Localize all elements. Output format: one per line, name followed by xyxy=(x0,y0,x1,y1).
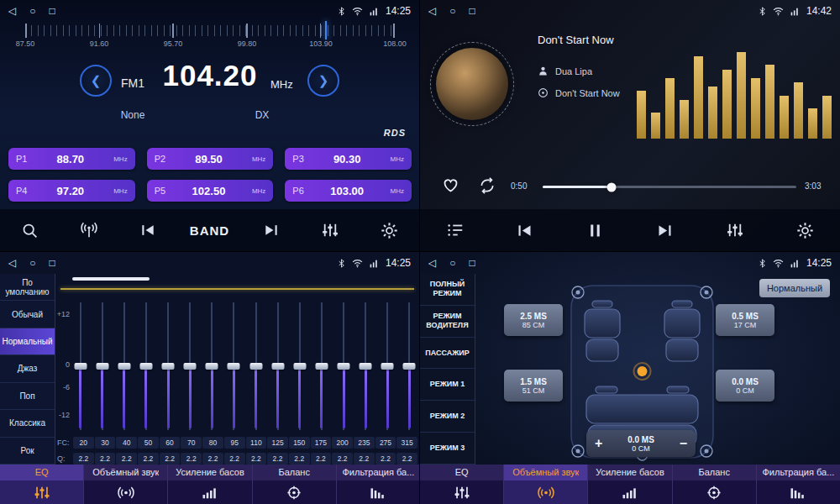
eq-preset-item[interactable]: По умолчанию xyxy=(0,274,55,301)
back-icon[interactable]: ◁ xyxy=(8,258,16,268)
slider-knob[interactable] xyxy=(338,363,350,370)
slider-knob[interactable] xyxy=(293,363,306,370)
tab-bass-boost[interactable]: Усиление басов xyxy=(168,465,252,504)
home-icon[interactable]: ○ xyxy=(29,258,35,268)
delay-increase-button[interactable]: + xyxy=(595,437,602,450)
home-icon[interactable]: ○ xyxy=(29,6,35,16)
slider-knob[interactable] xyxy=(315,363,328,370)
eq-band-slider[interactable] xyxy=(403,302,416,430)
eq-band-slider[interactable] xyxy=(139,302,152,430)
tab-eq[interactable]: EQ xyxy=(0,465,84,504)
listening-mode-button[interactable]: Нормальный xyxy=(759,279,830,297)
recents-icon[interactable]: □ xyxy=(49,258,55,268)
slider-knob[interactable] xyxy=(139,363,152,370)
delay-front-right[interactable]: 0.5 MS 17 CM xyxy=(716,304,774,336)
tab-balance[interactable]: Баланс xyxy=(253,465,337,504)
soundstage-mode-item[interactable]: ПОЛНЫЙ РЕЖИМ xyxy=(420,274,475,306)
delay-rear-left[interactable]: 1.5 MS 51 CM xyxy=(504,370,563,402)
eq-band-slider[interactable] xyxy=(74,302,87,430)
back-icon[interactable]: ◁ xyxy=(8,6,16,16)
home-icon[interactable]: ○ xyxy=(449,6,455,16)
scroll-indicator[interactable] xyxy=(72,277,150,281)
settings-gear-icon[interactable] xyxy=(787,213,822,248)
faders-icon[interactable] xyxy=(312,213,348,248)
eq-preset-item[interactable]: Джаз xyxy=(0,355,55,382)
eq-preset-item[interactable]: Классика xyxy=(0,410,55,437)
eq-preset-item[interactable]: Поп xyxy=(0,383,55,410)
previous-track-icon[interactable] xyxy=(507,213,543,248)
eq-preset-item[interactable]: Рок xyxy=(0,438,55,465)
next-track-icon[interactable] xyxy=(648,213,683,248)
slider-knob[interactable] xyxy=(249,363,262,370)
slider-knob[interactable] xyxy=(184,363,197,370)
preset-button[interactable]: P6 103.00 MHz xyxy=(285,180,412,202)
slider-knob[interactable] xyxy=(381,363,394,370)
slider-knob[interactable] xyxy=(118,363,130,370)
eq-band-slider[interactable] xyxy=(271,302,284,430)
slider-knob[interactable] xyxy=(206,363,218,370)
eq-band-slider[interactable] xyxy=(381,302,394,430)
eq-band-slider[interactable] xyxy=(315,302,328,430)
progress-knob[interactable] xyxy=(606,182,616,192)
repeat-icon[interactable] xyxy=(479,177,496,197)
tune-up-button[interactable]: ❯ xyxy=(307,65,339,97)
back-icon[interactable]: ◁ xyxy=(428,258,436,268)
favorite-heart-icon[interactable] xyxy=(442,176,459,197)
back-icon[interactable]: ◁ xyxy=(428,6,436,16)
recents-icon[interactable]: □ xyxy=(49,6,55,16)
scan-button[interactable] xyxy=(12,213,47,248)
preset-button[interactable]: P4 97.20 MHz xyxy=(8,180,135,202)
home-icon[interactable]: ○ xyxy=(449,258,455,268)
slider-knob[interactable] xyxy=(360,363,372,370)
previous-icon[interactable] xyxy=(130,213,165,248)
eq-band-slider[interactable] xyxy=(360,302,372,430)
next-icon[interactable] xyxy=(254,213,289,248)
eq-band-slider[interactable] xyxy=(338,302,350,430)
frequency-ruler[interactable]: 87.5091.6095.7099.80103.90108.00 xyxy=(25,25,395,36)
progress-bar[interactable] xyxy=(543,186,796,188)
slider-knob[interactable] xyxy=(228,363,240,370)
tab-surround-sound[interactable]: Объёмный звук xyxy=(504,465,588,504)
eq-band-slider[interactable] xyxy=(249,302,262,430)
delay-front-left[interactable]: 2.5 MS 85 CM xyxy=(504,304,563,336)
soundstage-mode-item[interactable]: ПАССАЖИР xyxy=(420,338,475,370)
settings-gear-icon[interactable] xyxy=(372,213,407,248)
tab-filter[interactable]: Фильтрация ба... xyxy=(757,465,840,504)
eq-band-slider[interactable] xyxy=(118,302,130,430)
tab-eq[interactable]: EQ xyxy=(420,465,504,504)
tab-balance[interactable]: Баланс xyxy=(673,465,757,504)
eq-band-slider[interactable] xyxy=(293,302,306,430)
eq-band-slider[interactable] xyxy=(228,302,240,430)
broadcast-button[interactable] xyxy=(71,213,107,248)
preset-button[interactable]: P2 89.50 MHz xyxy=(147,148,274,170)
slider-knob[interactable] xyxy=(162,363,175,370)
slider-knob[interactable] xyxy=(74,363,87,370)
slider-knob[interactable] xyxy=(96,363,108,370)
eq-band-slider[interactable] xyxy=(184,302,197,430)
delay-rear-right[interactable]: 0.0 MS 0 CM xyxy=(716,370,774,402)
eq-preset-item[interactable]: Обычай xyxy=(0,301,55,328)
tab-surround-sound[interactable]: Объёмный звук xyxy=(84,465,168,504)
soundstage-mode-item[interactable]: РЕЖИМ 2 xyxy=(420,401,475,433)
eq-band-slider[interactable] xyxy=(162,302,175,430)
recents-icon[interactable]: □ xyxy=(469,258,475,268)
soundstage-mode-item[interactable]: РЕЖИМ ВОДИТЕЛЯ xyxy=(420,306,475,338)
playlist-icon[interactable] xyxy=(438,213,473,248)
soundstage-mode-item[interactable]: РЕЖИМ 1 xyxy=(420,369,475,401)
tab-filter[interactable]: Фильтрация ба... xyxy=(337,465,420,504)
soundstage-mode-item[interactable]: РЕЖИМ 3 xyxy=(420,433,475,465)
slider-knob[interactable] xyxy=(271,363,284,370)
pause-icon[interactable] xyxy=(577,213,612,248)
eq-band-slider[interactable] xyxy=(96,302,108,430)
preset-button[interactable]: P5 102.50 MHz xyxy=(147,180,274,202)
preset-button[interactable]: P3 90.30 MHz xyxy=(285,148,412,170)
tuning-pointer[interactable] xyxy=(325,21,327,39)
preset-button[interactable]: P1 88.70 MHz xyxy=(8,148,135,170)
eq-band-slider[interactable] xyxy=(206,302,218,430)
tab-bass-boost[interactable]: Усиление басов xyxy=(588,465,672,504)
eq-preset-item[interactable]: Нормальный xyxy=(0,328,55,355)
faders-icon[interactable] xyxy=(717,213,753,248)
slider-knob[interactable] xyxy=(403,363,416,370)
recents-icon[interactable]: □ xyxy=(469,6,475,16)
band-button[interactable]: BAND xyxy=(190,213,229,248)
